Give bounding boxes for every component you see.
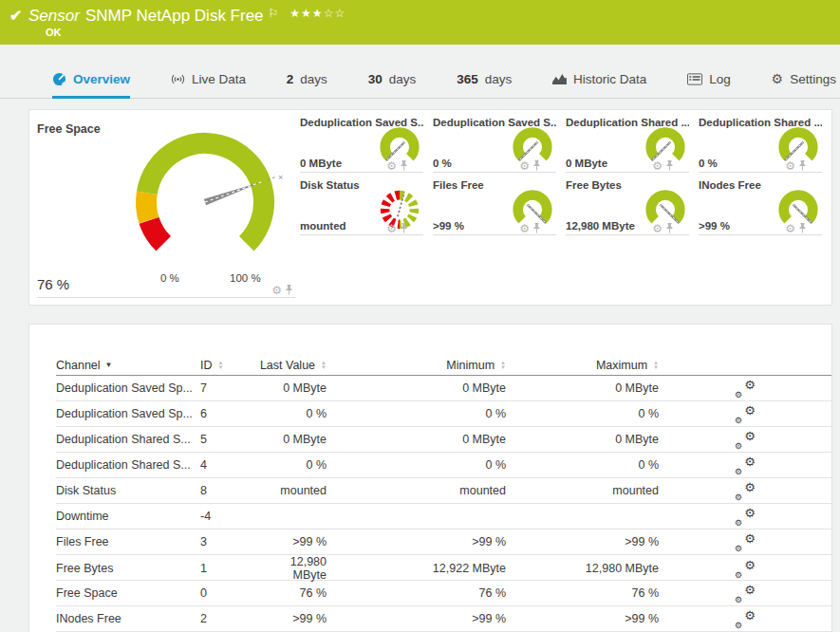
channel-settings-icon[interactable]: ⚙⚙ [735,585,756,602]
column-header-minimum[interactable]: Minimum▲▼ [327,359,506,372]
tab-label: Overview [73,72,130,86]
primary-gauge-cell[interactable]: Free Space × 0 % 100 % 76 % ⚙ [37,115,295,298]
channel-settings-icon[interactable]: ⚙⚙ [735,508,756,525]
cell-channel: Deduplication Shared S... [56,458,200,472]
cell-last: >99 % [257,612,327,625]
cell-id: 4 [200,458,257,472]
pin-icon[interactable] [400,160,408,171]
mini-gauge-value: 0 MByte [300,158,342,169]
channel-settings-icon[interactable]: ⚙⚙ [735,380,756,397]
gear-icon[interactable]: ⚙ [519,161,530,171]
tab-log[interactable]: Log [687,59,731,99]
cell-channel: Disk Status [56,484,200,497]
gear-icon[interactable]: ⚙ [386,161,397,171]
mini-gauge-value: 0 % [433,158,452,169]
priority-stars[interactable]: ★★★☆☆ [289,7,345,20]
pin-icon[interactable] [532,223,541,233]
tab-label: days [485,72,513,86]
gear-icon[interactable]: ⚙ [386,224,397,233]
gear-icon[interactable]: ⚙ [785,224,795,233]
tab-label: days [389,72,417,86]
mini-gauge-cell-disk-status[interactable]: Disk Statusmounted⚙ [300,177,423,235]
channel-table-header: Channel▼ID▲▼Last Value▲▼Minimum▲▼Maximum… [56,355,831,376]
column-header-channel[interactable]: Channel▼ [56,359,200,372]
gear-icon[interactable]: ⚙ [785,161,795,171]
channel-settings-icon[interactable]: ⚙⚙ [735,610,756,627]
cell-max: 76 % [506,586,659,600]
pin-icon[interactable] [665,160,674,171]
tab-live-data[interactable]: Live Data [171,59,246,99]
gauge-icon [52,72,66,86]
gauges-panel: Free Space × 0 % 100 % 76 % ⚙ Deduplicat… [28,109,832,306]
tab-days-30[interactable]: 30days [368,59,417,99]
mini-gauge-title: INodes Free [699,179,761,191]
tab-overview[interactable]: Overview [52,59,130,99]
cell-channel: INodes Free [56,612,200,625]
channel-settings-icon[interactable]: ⚙⚙ [735,405,756,422]
cell-channel: Free Bytes [56,562,200,575]
table-row-free-space[interactable]: Free Space076 %76 %76 %⚙⚙ [56,581,831,606]
cell-channel: Deduplication Shared S... [56,433,200,446]
column-header-id[interactable]: ID▲▼ [200,359,257,372]
column-header-maximum[interactable]: Maximum▲▼ [506,359,659,372]
cell-min: >99 % [327,535,506,548]
table-row-deduplication-shared-s[interactable]: Deduplication Shared S...50 MByte0 MByte… [56,427,831,453]
table-row-inodes-free[interactable]: INodes Free2>99 %>99 %>99 %⚙⚙ [56,606,831,632]
primary-gauge-title: Free Space [37,122,101,136]
channel-settings-icon[interactable]: ⚙⚙ [735,533,756,550]
channel-settings-icon[interactable]: ⚙⚙ [735,560,756,577]
pin-icon[interactable] [532,160,541,171]
table-row-free-bytes[interactable]: Free Bytes112,980 MByte12,922 MByte12,98… [56,555,831,581]
cell-last: 76 % [257,586,327,600]
tab-label: Live Data [192,72,246,86]
channel-settings-icon[interactable]: ⚙⚙ [735,456,756,474]
channel-settings-icon[interactable]: ⚙⚙ [735,482,756,499]
tab-historic-data[interactable]: Historic Data [552,59,646,99]
cell-channel: Deduplication Saved Sp... [56,381,200,395]
table-row-deduplication-saved-sp[interactable]: Deduplication Saved Sp...70 MByte0 MByte… [56,376,831,401]
flag-icon[interactable]: ⚐ [269,7,279,20]
mini-gauge-title: Files Free [433,179,484,191]
sensor-header: ✔ SensorSNMP NetApp Disk Free⚐★★★☆☆ OK [0,0,840,45]
column-label: Last Value [260,359,315,372]
table-row-downtime[interactable]: Downtime-4⚙⚙ [56,504,831,530]
mini-gauge-cell-deduplication-saved-s[interactable]: Deduplication Saved S...0 %⚙ [433,115,556,173]
mini-gauge-cell-free-bytes[interactable]: Free Bytes12,980 MByte⚙ [566,177,689,235]
tab-bar: OverviewLive Data2days30days365daysHisto… [0,59,840,99]
pin-icon[interactable] [798,223,807,233]
cell-channel: Downtime [56,510,200,523]
tab-days-2[interactable]: 2days [287,59,327,99]
channel-settings-icon[interactable]: ⚙⚙ [735,431,756,448]
mini-gauge-value: 0 MByte [566,158,607,169]
gear-icon[interactable]: ⚙ [271,286,282,295]
cell-id: 8 [200,484,257,497]
page-title: SNMP NetApp Disk Free [85,7,264,25]
table-row-disk-status[interactable]: Disk Status8mountedmountedmounted⚙⚙ [56,478,831,504]
cell-min: 0 MByte [327,433,506,446]
gear-icon[interactable]: ⚙ [652,224,663,233]
table-row-deduplication-shared-s[interactable]: Deduplication Shared S...40 %0 %0 %⚙⚙ [56,453,831,478]
cell-channel: Free Space [56,586,200,600]
tab-days-365[interactable]: 365days [457,59,512,99]
pin-icon[interactable] [665,223,674,233]
table-row-deduplication-saved-sp[interactable]: Deduplication Saved Sp...60 %0 %0 %⚙⚙ [56,401,831,427]
mini-gauge-cell-inodes-free[interactable]: INodes Free>99 %⚙ [699,177,822,235]
cell-max: 0 % [506,458,659,472]
mini-gauge-value: 12,980 MByte [566,220,635,232]
pin-icon[interactable] [798,160,807,171]
tab-settings[interactable]: ⚙Settings [772,59,836,99]
pin-icon[interactable] [285,285,293,295]
gear-icon[interactable]: ⚙ [519,224,530,233]
mini-gauge-cell-files-free[interactable]: Files Free>99 %⚙ [433,177,556,235]
column-header-last-value[interactable]: Last Value▲▼ [257,359,327,372]
mini-gauge-value: >99 % [433,220,464,232]
pin-icon[interactable] [400,223,408,233]
mini-gauge-cell-deduplication-saved-s[interactable]: Deduplication Saved S...0 MByte⚙ [300,115,423,173]
object-kind-label: Sensor [28,7,80,25]
mini-gauge-cell-deduplication-shared[interactable]: Deduplication Shared ...0 MByte⚙ [566,115,689,173]
mini-gauge-cell-deduplication-shared[interactable]: Deduplication Shared ...0 %⚙ [699,115,822,173]
mini-gauge-value: mounted [300,220,346,232]
gear-icon[interactable]: ⚙ [652,161,663,171]
cell-max: 0 % [506,407,659,420]
table-row-files-free[interactable]: Files Free3>99 %>99 %>99 %⚙⚙ [56,530,831,555]
